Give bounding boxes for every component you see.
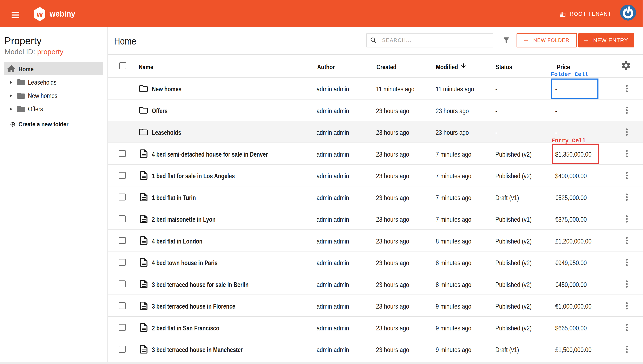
svg-text:w: w [36, 10, 43, 19]
